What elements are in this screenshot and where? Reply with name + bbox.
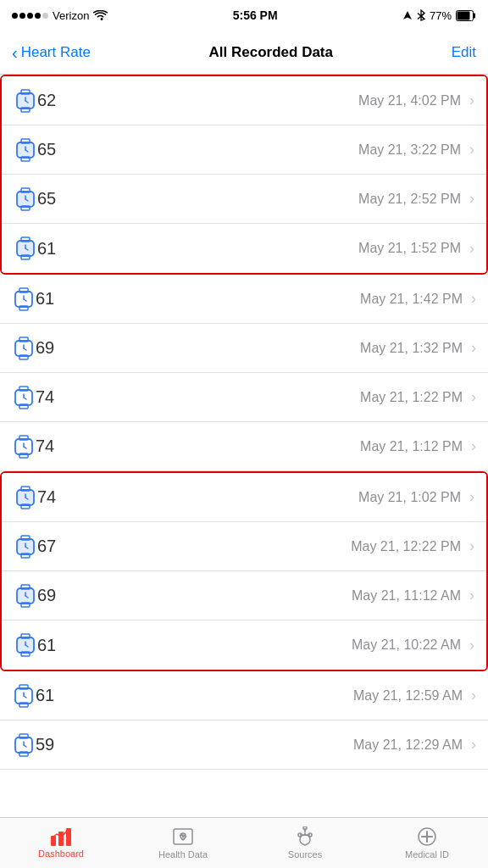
chevron-right-icon: › bbox=[469, 537, 474, 555]
status-left: Verizon bbox=[12, 9, 108, 22]
list-row[interactable]: 65 May 21, 3:22 PM › bbox=[2, 125, 486, 175]
svg-rect-76 bbox=[58, 832, 64, 846]
data-list: 62 May 21, 4:02 PM › 65 May 21, 3:22 PM … bbox=[0, 75, 488, 817]
svg-rect-47 bbox=[21, 504, 30, 509]
svg-rect-16 bbox=[21, 188, 30, 192]
medical-id-icon bbox=[417, 826, 437, 847]
chevron-right-icon: › bbox=[469, 488, 474, 506]
svg-rect-51 bbox=[21, 536, 30, 540]
tab-medical-id[interactable]: Medical ID bbox=[366, 818, 488, 868]
svg-rect-11 bbox=[21, 139, 30, 143]
list-row[interactable]: 65 May 21, 2:52 PM › bbox=[2, 175, 486, 224]
list-row[interactable]: 61 May 21, 1:52 PM › bbox=[2, 224, 486, 273]
row-group-4: 61 May 21, 12:59 AM › 59 May 21, 12:29 A… bbox=[0, 671, 488, 770]
list-row[interactable]: 74 May 21, 1:22 PM › bbox=[0, 373, 488, 422]
chevron-right-icon: › bbox=[471, 388, 476, 406]
heart-rate-date: May 21, 12:29 AM bbox=[353, 737, 463, 753]
svg-rect-67 bbox=[19, 703, 28, 707]
svg-rect-62 bbox=[21, 652, 30, 656]
tab-health-data-label: Health Data bbox=[158, 849, 208, 860]
chevron-right-icon: › bbox=[471, 290, 476, 308]
chevron-right-icon: › bbox=[471, 736, 476, 754]
svg-rect-42 bbox=[19, 453, 28, 458]
list-row[interactable]: 62 May 21, 4:02 PM › bbox=[2, 76, 486, 125]
battery-icon bbox=[456, 10, 476, 21]
chevron-right-icon: › bbox=[469, 92, 474, 109]
signal-dots bbox=[12, 13, 48, 19]
heart-rate-value: 65 bbox=[37, 140, 358, 159]
svg-rect-32 bbox=[19, 355, 28, 359]
edit-button[interactable]: Edit bbox=[452, 44, 476, 61]
svg-line-29 bbox=[24, 299, 26, 301]
status-time: 5:56 PM bbox=[233, 8, 278, 22]
heart-rate-value: 69 bbox=[36, 338, 360, 358]
heart-rate-value: 59 bbox=[36, 735, 353, 754]
heart-rate-date: May 21, 1:02 PM bbox=[358, 490, 461, 505]
svg-rect-72 bbox=[19, 752, 28, 756]
list-row[interactable]: 61 May 21, 10:22 AM › bbox=[2, 620, 486, 670]
apple-watch-icon bbox=[14, 86, 37, 115]
heart-rate-date: May 21, 1:32 PM bbox=[360, 341, 463, 356]
chevron-right-icon: › bbox=[469, 587, 474, 604]
tab-dashboard[interactable]: Dashboard bbox=[0, 818, 122, 868]
apple-watch-icon bbox=[12, 383, 36, 412]
svg-rect-31 bbox=[19, 337, 28, 342]
chevron-right-icon: › bbox=[469, 637, 474, 654]
heart-rate-date: May 21, 12:59 AM bbox=[353, 688, 463, 704]
location-icon bbox=[402, 10, 413, 21]
list-row[interactable]: 67 May 21, 12:22 PM › bbox=[2, 522, 486, 571]
svg-rect-57 bbox=[21, 603, 30, 607]
svg-line-34 bbox=[24, 348, 26, 350]
back-button[interactable]: ‹ Heart Rate bbox=[12, 44, 91, 61]
list-row[interactable]: 61 May 21, 12:59 AM › bbox=[0, 671, 488, 721]
tab-sources[interactable]: Sources bbox=[244, 818, 366, 868]
chevron-right-icon: › bbox=[469, 240, 474, 258]
health-data-icon bbox=[173, 826, 193, 847]
heart-rate-date: May 21, 10:22 AM bbox=[352, 637, 461, 653]
heart-rate-value: 61 bbox=[37, 239, 358, 259]
back-chevron-icon: ‹ bbox=[12, 44, 18, 61]
list-row[interactable]: 69 May 21, 1:32 PM › bbox=[0, 324, 488, 373]
apple-watch-icon bbox=[12, 285, 36, 314]
wifi-icon bbox=[93, 10, 108, 21]
heart-rate-date: May 21, 4:02 PM bbox=[358, 93, 461, 108]
svg-line-39 bbox=[24, 398, 26, 399]
back-label: Heart Rate bbox=[21, 44, 91, 61]
svg-rect-56 bbox=[21, 585, 30, 589]
svg-line-69 bbox=[24, 696, 26, 698]
chevron-right-icon: › bbox=[471, 437, 476, 455]
svg-rect-6 bbox=[21, 90, 30, 94]
heart-rate-value: 61 bbox=[36, 686, 353, 705]
svg-rect-22 bbox=[21, 255, 30, 259]
svg-rect-17 bbox=[21, 206, 30, 210]
heart-rate-value: 61 bbox=[37, 636, 352, 655]
list-row[interactable]: 69 May 21, 11:12 AM › bbox=[2, 571, 486, 620]
outlined-group-1: 62 May 21, 4:02 PM › 65 May 21, 3:22 PM … bbox=[0, 75, 488, 275]
apple-watch-icon bbox=[14, 234, 37, 263]
heart-rate-value: 74 bbox=[37, 487, 358, 507]
page-title: All Recorded Data bbox=[209, 44, 333, 61]
nav-bar: ‹ Heart Rate All Recorded Data Edit bbox=[0, 31, 488, 75]
chevron-right-icon: › bbox=[471, 687, 476, 704]
list-row[interactable]: 59 May 21, 12:29 AM › bbox=[0, 721, 488, 770]
svg-rect-37 bbox=[19, 404, 28, 409]
apple-watch-icon bbox=[14, 581, 37, 610]
svg-rect-7 bbox=[21, 108, 30, 112]
apple-watch-icon bbox=[12, 334, 36, 363]
svg-rect-46 bbox=[21, 487, 30, 491]
list-row[interactable]: 74 May 21, 1:12 PM › bbox=[0, 422, 488, 471]
list-row[interactable]: 74 May 21, 1:02 PM › bbox=[2, 473, 486, 522]
list-row[interactable]: 61 May 21, 1:42 PM › bbox=[0, 275, 488, 324]
svg-rect-71 bbox=[19, 734, 28, 738]
svg-rect-4 bbox=[457, 11, 469, 19]
svg-rect-21 bbox=[21, 237, 30, 242]
tab-dashboard-label: Dashboard bbox=[38, 849, 84, 859]
battery-percent: 77% bbox=[430, 9, 452, 22]
tab-health-data[interactable]: Health Data bbox=[122, 818, 244, 868]
apple-watch-icon bbox=[14, 136, 37, 164]
sources-icon bbox=[295, 826, 315, 847]
svg-rect-36 bbox=[19, 387, 28, 391]
carrier: Verizon bbox=[53, 9, 89, 22]
apple-watch-icon bbox=[14, 631, 37, 659]
tab-sources-label: Sources bbox=[288, 849, 322, 860]
